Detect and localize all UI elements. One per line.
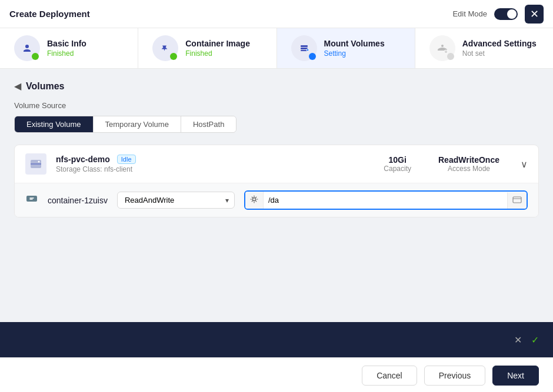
back-arrow-icon[interactable]: ◀: [14, 81, 21, 92]
capacity-label: Capacity: [384, 165, 411, 173]
tab-temporary-volume[interactable]: Temporary Volume: [94, 116, 181, 132]
access-mode-select[interactable]: ReadAndWrite ReadOnly WriteOnly: [117, 192, 235, 209]
step-container-image[interactable]: Container Image Finished: [138, 28, 276, 68]
svg-point-6: [307, 49, 309, 51]
step-container-image-dot: [170, 53, 177, 60]
step-basic-info-info: Basic Info Finished: [47, 39, 86, 58]
step-advanced-settings-name: Advanced Settings: [462, 39, 537, 48]
volume-name-group: nfs-pvc-demo Idle Storage Class: nfs-cli…: [56, 155, 136, 173]
step-mount-volumes[interactable]: Mount Volumes Setting: [277, 28, 415, 68]
main-content: ◀ Volumes Volume Source Existing Volume …: [0, 69, 553, 322]
svg-rect-3: [301, 45, 308, 47]
step-mount-volumes-name: Mount Volumes: [324, 39, 385, 48]
previous-button[interactable]: Previous: [424, 366, 485, 386]
confirm-ok-button[interactable]: ✓: [531, 334, 539, 346]
volume-expand-button[interactable]: ∨: [521, 159, 528, 170]
section-title: Volumes: [26, 81, 65, 92]
svg-point-13: [252, 198, 255, 201]
tab-hostpath[interactable]: HostPath: [181, 116, 236, 132]
section-header: ◀ Volumes: [14, 81, 539, 92]
confirm-cancel-button[interactable]: ✕: [514, 334, 522, 346]
idle-badge: Idle: [117, 155, 136, 164]
step-basic-info-icon: [14, 35, 40, 61]
step-advanced-settings-dot: [447, 53, 454, 60]
capacity-value: 10Gi: [384, 155, 411, 165]
volume-access: ReadWriteOnce Access Mode: [438, 155, 499, 173]
steps-bar: Basic Info Finished Container Image Fini…: [0, 28, 553, 69]
step-advanced-settings-icon: [429, 35, 455, 61]
svg-rect-14: [513, 197, 521, 203]
path-input[interactable]: [264, 192, 507, 208]
edit-mode-label: Edit Mode: [452, 9, 487, 18]
step-container-image-status: Finished: [185, 49, 250, 58]
volume-card: nfs-pvc-demo Idle Storage Class: nfs-cli…: [14, 145, 539, 217]
header: Create Deployment Edit Mode ✕: [0, 0, 553, 28]
access-mode-value: ReadWriteOnce: [438, 155, 499, 165]
tab-group: Existing Volume Temporary Volume HostPat…: [14, 116, 236, 133]
volume-capacity: 10Gi Capacity: [384, 155, 411, 173]
step-advanced-settings[interactable]: Advanced Settings Not set: [415, 28, 553, 68]
svg-rect-10: [31, 163, 41, 165]
container-icon: [25, 192, 38, 208]
step-mount-volumes-status: Setting: [324, 49, 385, 58]
close-button[interactable]: ✕: [525, 5, 544, 24]
bottom-confirm-bar: ✕ ✓: [0, 322, 553, 357]
volume-header: nfs-pvc-demo Idle Storage Class: nfs-cli…: [15, 145, 538, 183]
footer: Cancel Previous Next: [0, 357, 553, 392]
step-basic-info-dot: [32, 53, 39, 60]
edit-mode-toggle[interactable]: [494, 8, 518, 20]
next-button[interactable]: Next: [492, 366, 539, 386]
access-select-wrapper: ReadAndWrite ReadOnly WriteOnly ▾: [117, 192, 235, 209]
step-basic-info-status: Finished: [47, 49, 86, 58]
volume-name: nfs-pvc-demo: [56, 155, 110, 164]
step-basic-info-name: Basic Info: [47, 39, 86, 48]
step-container-image-name: Container Image: [185, 39, 250, 48]
volume-disk-icon: [25, 153, 46, 175]
step-mount-volumes-dot: [309, 53, 316, 60]
step-mount-volumes-info: Mount Volumes Setting: [324, 39, 385, 58]
path-suffix-icon: [507, 192, 527, 209]
step-container-image-icon: [152, 35, 178, 61]
svg-point-11: [38, 161, 40, 163]
header-right: Edit Mode ✕: [452, 5, 544, 24]
step-mount-volumes-icon: [291, 35, 317, 61]
step-advanced-settings-info: Advanced Settings Not set: [462, 39, 537, 58]
cancel-button[interactable]: Cancel: [362, 366, 417, 386]
path-gear-icon: [245, 192, 264, 209]
svg-rect-12: [26, 196, 37, 202]
tab-existing-volume[interactable]: Existing Volume: [15, 116, 94, 132]
container-name: container-1zuisv: [48, 196, 108, 205]
storage-class: Storage Class: nfs-client: [56, 165, 136, 173]
container-row: container-1zuisv ReadAndWrite ReadOnly W…: [15, 183, 538, 217]
path-input-wrapper: [244, 190, 528, 210]
svg-point-8: [444, 50, 448, 53]
page-title: Create Deployment: [9, 9, 90, 19]
access-mode-label: Access Mode: [438, 165, 499, 173]
volume-source-label: Volume Source: [14, 101, 539, 110]
step-container-image-info: Container Image Finished: [185, 39, 250, 58]
step-basic-info[interactable]: Basic Info Finished: [0, 28, 138, 68]
step-advanced-settings-status: Not set: [462, 49, 537, 58]
